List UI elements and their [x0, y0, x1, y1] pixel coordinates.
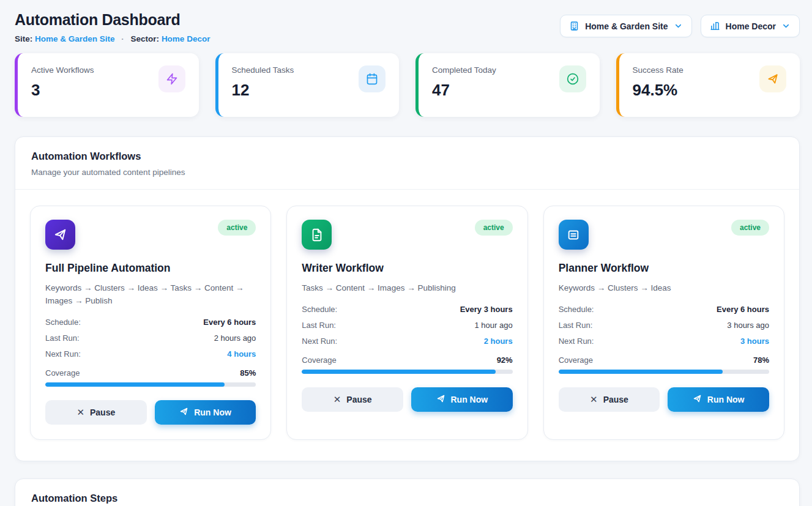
coverage-value: 85%	[240, 368, 256, 378]
coverage-row: Coverage 85%	[45, 368, 256, 378]
stat-text: Scheduled Tasks 12	[232, 65, 294, 100]
send-icon	[179, 407, 188, 418]
coverage-row: Coverage 78%	[559, 355, 769, 365]
stat-text: Success Rate 94.5%	[633, 65, 683, 100]
schedule-row: Schedule: Every 6 hours	[559, 305, 769, 314]
header-left: Automation Dashboard Site: Home & Garden…	[15, 11, 210, 43]
pause-label: Pause	[90, 407, 115, 417]
schedule-value: Every 3 hours	[460, 305, 513, 314]
stat-label: Success Rate	[633, 65, 683, 75]
workflow-card-planner: active Planner Workflow Keywords → Clust…	[543, 206, 784, 440]
coverage-value: 92%	[497, 355, 513, 365]
run-now-label: Run Now	[451, 395, 488, 404]
last-run-row: Last Run: 1 hour ago	[302, 321, 512, 330]
chevron-down-icon	[781, 21, 791, 31]
last-run-label: Last Run:	[45, 333, 80, 343]
sector-selector-label: Home Decor	[726, 21, 776, 31]
last-run-value: 1 hour ago	[474, 321, 512, 330]
section-header: Automation Steps Configure which steps a…	[15, 479, 799, 506]
next-run-value: 2 hours	[484, 337, 513, 346]
run-now-label: Run Now	[707, 395, 745, 404]
stat-value: 94.5%	[633, 81, 683, 100]
pause-button[interactable]: ✕ Pause	[559, 387, 660, 412]
automation-dashboard-page: Automation Dashboard Site: Home & Garden…	[0, 0, 812, 506]
pause-button[interactable]: ✕ Pause	[302, 387, 403, 412]
page-header: Automation Dashboard Site: Home & Garden…	[15, 11, 800, 43]
automation-workflows-section: Automation Workflows Manage your automat…	[15, 136, 800, 461]
stat-label: Active Workflows	[31, 65, 94, 75]
run-now-button[interactable]: Run Now	[668, 387, 769, 412]
pause-button[interactable]: ✕ Pause	[45, 400, 147, 425]
workflow-actions: ✕ Pause Run Now	[559, 387, 769, 412]
page-title: Automation Dashboard	[15, 11, 210, 29]
site-selector-label: Home & Garden Site	[585, 21, 668, 31]
next-run-label: Next Run:	[559, 337, 594, 346]
next-run-label: Next Run:	[45, 349, 81, 359]
coverage-label: Coverage	[559, 355, 593, 365]
pause-label: Pause	[603, 395, 628, 404]
separator-dot: ·	[121, 34, 124, 43]
workflow-grid: active Full Pipeline Automation Keywords…	[30, 206, 784, 440]
coverage-progress-fill	[302, 370, 496, 374]
next-run-value: 4 hours	[227, 349, 256, 359]
schedule-row: Schedule: Every 6 hours	[45, 318, 256, 327]
stat-card-active-workflows: Active Workflows 3	[15, 53, 199, 117]
sector-label: Sector:	[131, 34, 160, 43]
stat-value: 3	[31, 81, 94, 100]
last-run-label: Last Run:	[559, 321, 593, 330]
pause-label: Pause	[346, 395, 371, 404]
last-run-row: Last Run: 3 hours ago	[559, 321, 769, 330]
coverage-progress-bar	[302, 370, 512, 374]
bar-chart-icon	[710, 21, 720, 31]
check-circle-icon	[559, 65, 586, 92]
schedule-label: Schedule:	[559, 305, 594, 314]
close-icon: ✕	[333, 394, 341, 405]
schedule-label: Schedule:	[302, 305, 337, 314]
schedule-value: Every 6 hours	[203, 318, 256, 327]
stat-label: Scheduled Tasks	[232, 65, 294, 75]
send-icon	[436, 394, 445, 405]
run-now-button[interactable]: Run Now	[155, 400, 256, 425]
workflow-title: Planner Workflow	[559, 262, 769, 275]
stat-text: Completed Today 47	[432, 65, 496, 100]
coverage-progress-bar	[45, 382, 256, 387]
zap-icon	[158, 65, 185, 92]
next-run-row: Next Run: 2 hours	[302, 337, 512, 346]
next-run-label: Next Run:	[302, 337, 337, 346]
coverage-progress-fill	[559, 370, 723, 374]
stat-label: Completed Today	[432, 65, 496, 75]
sector-link[interactable]: Home Decor	[162, 34, 210, 43]
site-selector-dropdown[interactable]: Home & Garden Site	[560, 15, 691, 37]
run-now-button[interactable]: Run Now	[411, 387, 513, 412]
coverage-progress-fill	[45, 382, 225, 387]
automation-steps-section: Automation Steps Configure which steps a…	[15, 478, 800, 506]
workflow-pipeline-description: Tasks → Content → Images → Publishing	[302, 282, 512, 295]
run-now-label: Run Now	[194, 407, 231, 417]
workflow-actions: ✕ Pause Run Now	[45, 400, 256, 425]
coverage-progress-bar	[559, 370, 769, 374]
section-body: active Full Pipeline Automation Keywords…	[15, 190, 799, 461]
workflow-actions: ✕ Pause Run Now	[302, 387, 512, 412]
stat-value: 12	[232, 81, 294, 100]
close-icon: ✕	[76, 407, 84, 418]
status-badge: active	[731, 220, 769, 236]
site-link[interactable]: Home & Garden Site	[35, 34, 115, 43]
breadcrumb: Site: Home & Garden Site · Sector: Home …	[15, 34, 210, 43]
close-icon: ✕	[590, 394, 598, 405]
workflow-title: Full Pipeline Automation	[45, 262, 256, 275]
section-header: Automation Workflows Manage your automat…	[15, 137, 799, 190]
coverage-label: Coverage	[45, 368, 80, 378]
stat-card-success-rate: Success Rate 94.5%	[616, 53, 800, 117]
last-run-value: 2 hours ago	[214, 333, 256, 343]
building-icon	[569, 21, 579, 31]
coverage-label: Coverage	[302, 355, 336, 365]
schedule-row: Schedule: Every 3 hours	[302, 305, 512, 314]
workflow-pipeline-description: Keywords → Clusters → Ideas	[559, 282, 769, 295]
calendar-icon	[359, 65, 386, 92]
workflow-card-top: active	[45, 220, 256, 250]
coverage-row: Coverage 92%	[302, 355, 512, 365]
chevron-down-icon	[674, 21, 683, 31]
send-icon	[759, 65, 786, 92]
site-label: Site:	[15, 34, 32, 43]
sector-selector-dropdown[interactable]: Home Decor	[701, 15, 800, 37]
